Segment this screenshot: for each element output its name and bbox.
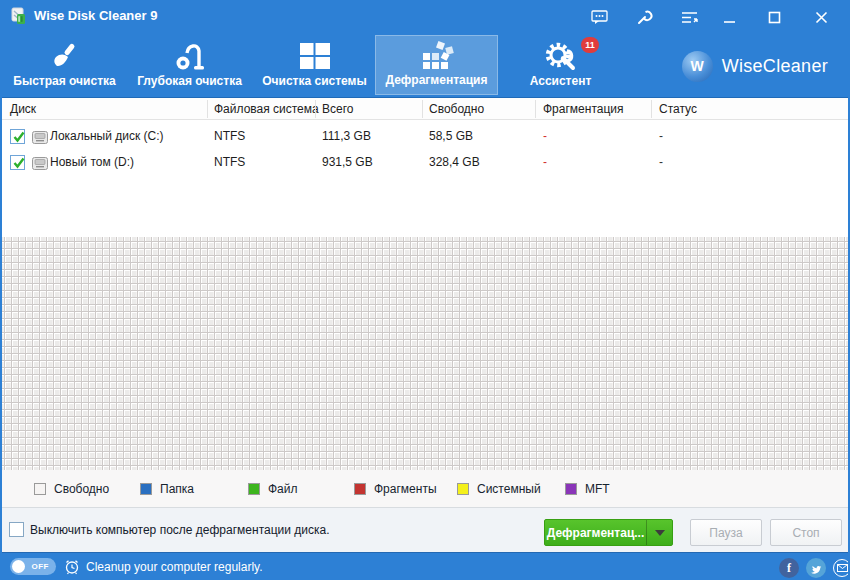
header-separator <box>315 100 316 118</box>
toggle-knob <box>12 560 25 573</box>
tab-label: Быстрая очистка <box>3 74 126 88</box>
header-separator <box>422 100 423 118</box>
window-title: Wise Disk Cleaner 9 <box>34 8 157 23</box>
disk-c-checkbox[interactable] <box>10 129 25 144</box>
disk-drive-icon <box>32 156 48 174</box>
facebook-icon[interactable]: f <box>779 558 799 578</box>
disk-free: 328,4 GB <box>429 149 480 176</box>
legend-fragments-swatch <box>354 483 366 495</box>
assistant-badge: 11 <box>581 37 599 53</box>
disk-fs: NTFS <box>214 149 245 176</box>
legend-mft-swatch <box>565 483 577 495</box>
disk-total: 111,3 GB <box>322 123 371 150</box>
brand-ball-icon: W <box>682 51 713 82</box>
disk-status: - <box>659 123 663 150</box>
toggle-state: OFF <box>32 562 50 571</box>
column-header-fs[interactable]: Файловая система <box>210 98 319 120</box>
column-header-status[interactable]: Статус <box>655 98 697 120</box>
statusbar: OFF Cleanup your computer regularly. f <box>0 552 850 580</box>
disk-drive-icon <box>32 130 48 148</box>
twitter-icon[interactable] <box>806 558 826 578</box>
app-logo-icon <box>10 7 28 25</box>
legend-item-free: Свободно <box>34 482 109 496</box>
tab-label: Ассистент <box>499 74 622 88</box>
disk-status: - <box>659 149 663 176</box>
legend-file-swatch <box>248 483 260 495</box>
legend-bar: Свободно Папка Файл Фрагменты Системный … <box>2 470 848 507</box>
header-separator <box>651 100 652 118</box>
maximize-button[interactable] <box>761 5 787 29</box>
disk-name: Локальный диск (C:) <box>50 123 164 150</box>
app-window: Wise Disk Cleaner 9 <box>0 0 850 580</box>
legend-item-system: Системный <box>457 482 541 496</box>
vacuum-icon <box>128 38 251 74</box>
toolbar: Быстрая очистка Глубокая очистка <box>0 32 850 97</box>
brand-logo[interactable]: W WiseCleaner <box>682 48 828 84</box>
tab-system-clean[interactable]: Очистка системы <box>253 35 376 95</box>
tab-deep-clean[interactable]: Глубокая очистка <box>128 35 251 95</box>
defrag-split-button[interactable]: Дефрагментац... <box>544 519 673 546</box>
chevron-down-icon <box>655 530 665 536</box>
tab-assistant[interactable]: 11 Ассистент <box>499 35 622 95</box>
pause-button[interactable]: Пауза <box>690 519 762 546</box>
email-icon[interactable] <box>833 559 850 577</box>
column-header-free[interactable]: Свободно <box>425 98 484 120</box>
defrag-block-map <box>2 237 848 470</box>
header-separator <box>207 100 208 118</box>
column-header-disk[interactable]: Диск <box>6 98 36 120</box>
tab-defrag[interactable]: Дефрагментация <box>375 35 498 95</box>
shutdown-after-defrag-checkbox[interactable] <box>9 522 24 537</box>
header-separator <box>535 100 536 118</box>
legend-system-swatch <box>457 483 469 495</box>
menu-icon[interactable] <box>676 5 702 29</box>
shutdown-after-defrag-label: Выключить компьютер после дефрагментации… <box>30 523 330 537</box>
legend-item-folder: Папка <box>140 482 194 496</box>
disk-fs: NTFS <box>214 123 245 150</box>
defrag-dropdown-button[interactable] <box>646 520 672 545</box>
alarm-clock-icon <box>64 559 80 579</box>
disk-d-checkbox[interactable] <box>10 155 25 170</box>
brand-name: WiseCleaner <box>722 56 828 77</box>
titlebar: Wise Disk Cleaner 9 <box>0 0 850 32</box>
tab-label: Очистка системы <box>253 74 376 88</box>
tab-label: Глубокая очистка <box>128 74 251 88</box>
legend-item-file: Файл <box>248 482 298 496</box>
windows-icon <box>253 38 376 74</box>
disk-name: Новый том (D:) <box>50 149 134 176</box>
legend-item-mft: MFT <box>565 482 610 496</box>
defrag-blocks-icon <box>376 39 497 75</box>
table-row-disk-c[interactable]: Локальный диск (C:) NTFS 111,3 GB 58,5 G… <box>2 123 848 150</box>
disk-frag: - <box>543 149 547 176</box>
table-row-disk-d[interactable]: Новый том (D:) NTFS 931,5 GB 328,4 GB - … <box>2 149 848 176</box>
column-header-frag[interactable]: Фрагментация <box>539 98 624 120</box>
tab-label: Дефрагментация <box>376 73 497 87</box>
stop-button[interactable]: Стоп <box>770 519 842 546</box>
column-header-total[interactable]: Всего <box>318 98 353 120</box>
action-bar: Выключить компьютер после дефрагментации… <box>2 507 848 552</box>
minimize-button[interactable] <box>716 5 742 29</box>
legend-folder-swatch <box>140 483 152 495</box>
disk-frag: - <box>543 123 547 150</box>
close-button[interactable] <box>808 5 834 29</box>
disk-table-body: Локальный диск (C:) NTFS 111,3 GB 58,5 G… <box>2 121 848 237</box>
statusbar-message: Cleanup your computer regularly. <box>86 560 263 574</box>
disk-table-header: Диск Файловая система Всего Свободно Фра… <box>2 97 848 120</box>
disk-total: 931,5 GB <box>322 149 373 176</box>
feedback-icon[interactable] <box>586 5 612 29</box>
defrag-button[interactable]: Дефрагментац... <box>545 520 646 545</box>
legend-free-swatch <box>34 483 46 495</box>
tab-quick-clean[interactable]: Быстрая очистка <box>3 35 126 95</box>
scheduler-toggle[interactable]: OFF <box>10 558 56 575</box>
disk-free: 58,5 GB <box>429 123 473 150</box>
brush-icon <box>3 38 126 74</box>
legend-item-fragments: Фрагменты <box>354 482 437 496</box>
settings-wrench-icon[interactable] <box>631 5 657 29</box>
gear-wrench-icon <box>499 38 622 74</box>
